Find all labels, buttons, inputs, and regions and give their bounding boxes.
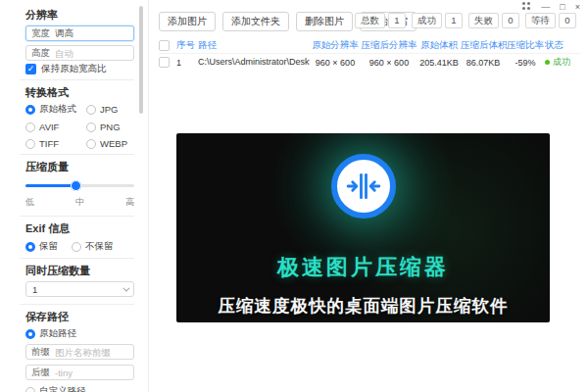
header-orig-res: 原始分辨率 (310, 39, 361, 52)
quality-mid-label: 中 (75, 196, 84, 209)
suffix-input[interactable] (55, 368, 128, 378)
stat-success: 成功 1 (412, 13, 463, 28)
cell-index: 1 (176, 58, 198, 68)
suffix-field[interactable]: 后缀 (25, 365, 134, 380)
stat-waiting: 等待 0 (525, 13, 576, 28)
divider (20, 79, 134, 80)
window-controls: — □ × (522, 2, 580, 12)
header-status: 状态 (545, 39, 580, 52)
table-header-row: 序号 路径 原始分辨率 压缩后分辨率 原始体积 压缩后体积 压缩比率 状态 (159, 37, 580, 54)
cell-comp-res: 960 × 600 (361, 58, 417, 68)
keep-aspect-ratio-label: 保持原始宽高比 (41, 63, 107, 75)
height-field-label: 高度 (31, 47, 50, 60)
radio-format-avif[interactable]: AVIF (25, 122, 86, 132)
radio-format-png[interactable]: PNG (86, 122, 134, 132)
prefix-field[interactable]: 前缀 (25, 344, 134, 360)
exif-radio-group: 保留 不保留 (25, 240, 134, 253)
radio-icon (86, 105, 96, 115)
app-window: 分辨率 宽度 高度 ✓ 保持原始宽高比 转换格式 原始格式 JPG (0, 0, 588, 392)
width-input[interactable] (55, 28, 128, 39)
divider (20, 258, 134, 259)
radio-custom-path[interactable]: 自定义路径 (25, 385, 134, 392)
slider-fill (25, 184, 75, 187)
delete-images-button[interactable]: 删除图片 (296, 12, 353, 31)
concurrency-select[interactable]: 1 (25, 281, 134, 297)
header-comp-res: 压缩后分辨率 (361, 39, 417, 52)
status-badge: 成功 (545, 56, 580, 69)
sidebar-scrollbar[interactable] (139, 6, 143, 114)
cell-orig-size: 205.41KB (417, 58, 461, 68)
quality-scale: 低 中 高 (25, 196, 134, 209)
apps-grid-icon[interactable] (522, 2, 525, 5)
exif-section-title: Exif 信息 (25, 222, 134, 234)
radio-icon (25, 122, 35, 132)
stat-failed: 失败 0 (468, 13, 519, 28)
cell-orig-res: 960 × 600 (310, 58, 361, 68)
prefix-input[interactable] (55, 347, 128, 358)
concurrency-section-title: 同时压缩数量 (25, 265, 134, 276)
chevron-down-icon (122, 284, 129, 291)
radio-selected-icon (25, 242, 35, 252)
radio-format-webp[interactable]: WEBP (86, 138, 134, 149)
quality-low-label: 低 (25, 196, 34, 209)
cell-path: C:\Users\Administrator\Desktop\1未标题-1.jp… (198, 56, 310, 69)
radio-icon (25, 139, 35, 149)
quality-high-label: 高 (125, 196, 134, 209)
radio-icon (25, 387, 35, 392)
concurrency-value: 1 (32, 284, 37, 295)
preview-title: 极速图片压缩器 (176, 253, 550, 282)
width-field[interactable]: 宽度 (25, 25, 134, 41)
app-logo (331, 154, 396, 219)
header-comp-size: 压缩后体积 (461, 39, 506, 52)
quality-slider[interactable] (25, 180, 134, 191)
resolution-section-title: 分辨率 (25, 9, 134, 21)
quality-section-title: 压缩质量 (25, 161, 134, 172)
preview-image: 极速图片压缩器 压缩速度极快的桌面端图片压缩软件 (176, 133, 550, 322)
keep-aspect-ratio-checkbox[interactable]: ✓ 保持原始宽高比 (25, 63, 134, 75)
compress-arrows-icon (344, 167, 383, 206)
divider (20, 154, 134, 155)
header-index: 序号 (176, 39, 198, 52)
format-radio-group: 原始格式 JPG AVIF PNG TIFF WEBP (25, 103, 134, 149)
cell-comp-size: 86.07KB (461, 58, 506, 68)
radio-original-path[interactable]: 原始路径 (25, 327, 134, 340)
divider (20, 216, 134, 217)
table-row[interactable]: 1 C:\Users\Administrator\Desktop\1未标题-1.… (159, 54, 580, 71)
add-images-button[interactable]: 添加图片 (159, 12, 216, 31)
suffix-field-label: 后缀 (31, 367, 50, 379)
select-all-checkbox[interactable] (159, 40, 170, 51)
file-table: 序号 路径 原始分辨率 压缩后分辨率 原始体积 压缩后体积 压缩比率 状态 1 … (159, 37, 580, 71)
save-path-section-title: 保存路径 (25, 311, 134, 322)
minimize-icon[interactable]: — (541, 2, 550, 12)
height-field[interactable]: 高度 (25, 45, 134, 61)
divider (20, 304, 134, 305)
radio-format-original[interactable]: 原始格式 (25, 103, 86, 116)
width-field-label: 宽度 (31, 27, 50, 40)
radio-selected-icon (25, 105, 35, 115)
header-ratio: 压缩比率 (506, 39, 545, 52)
settings-sidebar: 分辨率 宽度 高度 ✓ 保持原始宽高比 转换格式 原始格式 JPG (0, 0, 149, 392)
status-counters: 总数 1 成功 1 失败 0 等待 0 (355, 13, 576, 28)
slider-thumb[interactable] (71, 180, 81, 191)
height-input[interactable] (55, 48, 128, 59)
radio-exif-keep[interactable]: 保留 (25, 240, 58, 253)
radio-format-tiff[interactable]: TIFF (25, 138, 86, 149)
maximize-icon[interactable]: □ (560, 2, 564, 12)
header-orig-size: 原始体积 (417, 39, 461, 52)
stat-total: 总数 1 (355, 13, 406, 28)
preview-subtitle: 压缩速度极快的桌面端图片压缩软件 (176, 294, 550, 318)
format-section-title: 转换格式 (25, 86, 134, 98)
cell-ratio: -59% (506, 58, 545, 68)
add-folder-button[interactable]: 添加文件夹 (222, 12, 289, 31)
radio-icon (86, 122, 96, 132)
radio-icon (86, 139, 96, 149)
close-icon[interactable]: × (575, 2, 580, 12)
header-path: 路径 (198, 39, 310, 52)
radio-exif-discard[interactable]: 不保留 (72, 240, 114, 253)
success-dot-icon (545, 60, 550, 65)
row-checkbox[interactable] (159, 57, 170, 68)
radio-format-jpg[interactable]: JPG (86, 103, 134, 116)
prefix-field-label: 前缀 (31, 346, 50, 359)
radio-selected-icon (25, 329, 35, 339)
checkbox-checked-icon: ✓ (25, 64, 36, 74)
